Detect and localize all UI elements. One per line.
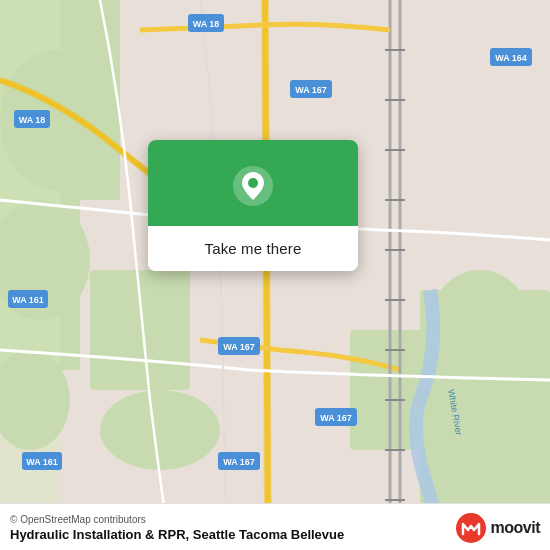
svg-text:WA 18: WA 18 xyxy=(193,19,220,29)
svg-text:WA 167: WA 167 xyxy=(320,413,352,423)
svg-point-44 xyxy=(248,178,258,188)
svg-point-8 xyxy=(100,390,220,470)
map-svg: White River WA 18 xyxy=(0,0,550,550)
map-attribution: © OpenStreetMap contributors xyxy=(10,514,344,525)
map-container: White River WA 18 xyxy=(0,0,550,550)
moovit-icon xyxy=(455,512,487,544)
svg-text:WA 167: WA 167 xyxy=(223,342,255,352)
card-green-area xyxy=(148,140,358,226)
svg-text:WA 167: WA 167 xyxy=(223,457,255,467)
location-card: Take me there xyxy=(148,140,358,271)
take-me-there-button[interactable]: Take me there xyxy=(148,226,358,271)
location-title: Hydraulic Installation & RPR, Seattle Ta… xyxy=(10,527,344,542)
svg-text:WA 167: WA 167 xyxy=(295,85,327,95)
bottom-left-info: © OpenStreetMap contributors Hydraulic I… xyxy=(10,514,344,542)
svg-text:WA 18: WA 18 xyxy=(19,115,46,125)
bottom-bar: © OpenStreetMap contributors Hydraulic I… xyxy=(0,503,550,550)
moovit-logo: moovit xyxy=(455,512,540,544)
svg-text:WA 161: WA 161 xyxy=(12,295,44,305)
svg-text:WA 161: WA 161 xyxy=(26,457,58,467)
moovit-brand-text: moovit xyxy=(491,519,540,537)
svg-text:WA 164: WA 164 xyxy=(495,53,527,63)
location-pin-icon xyxy=(231,164,275,208)
